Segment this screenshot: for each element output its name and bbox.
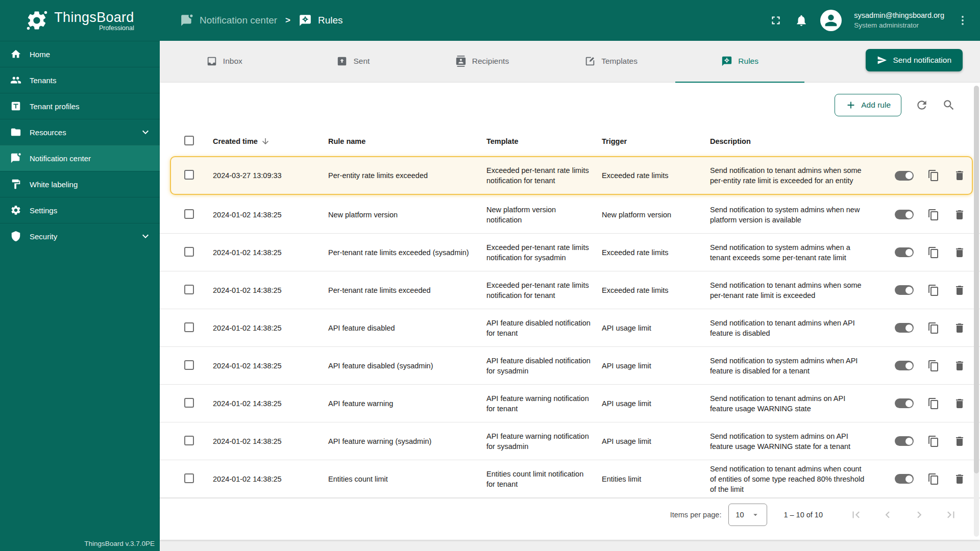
sidebar-item-home[interactable]: Home xyxy=(0,41,160,67)
enabled-toggle[interactable] xyxy=(895,361,914,370)
cell-rule-name: API feature warning xyxy=(328,399,486,408)
copy-icon[interactable] xyxy=(927,435,940,447)
table-row[interactable]: 2024-01-02 14:38:25 Per-tenant rate limi… xyxy=(160,271,980,309)
enabled-toggle[interactable] xyxy=(895,247,914,257)
notification-icon xyxy=(180,14,193,27)
scrollbar[interactable] xyxy=(974,86,979,537)
sidebar-item-security[interactable]: Security xyxy=(0,223,160,249)
select-all-checkbox[interactable] xyxy=(184,136,194,145)
copy-icon[interactable] xyxy=(927,397,940,410)
table-row[interactable]: 2024-01-02 14:38:25 New platform version… xyxy=(160,196,980,234)
send-icon xyxy=(877,55,887,65)
main-area: Notification center>Rules sysadmin@thing… xyxy=(160,0,980,551)
table-row[interactable]: 2024-01-02 14:38:25 API feature disabled… xyxy=(160,347,980,385)
app-root: ThingsBoard Professional Home Tenants Te… xyxy=(0,0,980,551)
settings-icon xyxy=(10,205,21,216)
column-rule-name[interactable]: Rule name xyxy=(328,137,486,145)
sidebar-item-label: Home xyxy=(30,50,50,59)
column-trigger[interactable]: Trigger xyxy=(602,137,710,145)
delete-icon[interactable] xyxy=(953,209,966,221)
send-notification-button[interactable]: Send notification xyxy=(866,49,963,71)
avatar[interactable] xyxy=(820,10,842,31)
row-checkbox[interactable] xyxy=(184,247,194,257)
copy-icon[interactable] xyxy=(927,209,940,221)
row-checkbox[interactable] xyxy=(184,398,194,408)
enabled-toggle[interactable] xyxy=(895,398,914,408)
cell-template: API feature disabled notification for te… xyxy=(486,318,602,338)
tab-recipients[interactable]: Recipients xyxy=(418,41,547,83)
table-row[interactable]: 2024-01-02 14:38:25 API feature warning … xyxy=(160,422,980,460)
sidebar-item-label: Settings xyxy=(30,206,57,215)
sidebar-item-resources[interactable]: Resources xyxy=(0,119,160,145)
delete-icon[interactable] xyxy=(953,360,966,372)
previous-page-icon[interactable] xyxy=(881,508,894,521)
enabled-toggle[interactable] xyxy=(895,285,914,295)
delete-icon[interactable] xyxy=(953,322,966,334)
table-row[interactable]: 2024-01-02 14:38:25 Entities count limit… xyxy=(160,460,980,498)
row-checkbox[interactable] xyxy=(184,285,194,294)
row-checkbox[interactable] xyxy=(184,322,194,332)
tab-sent[interactable]: Sent xyxy=(289,41,418,83)
sidebar-item-tenant-profiles[interactable]: Tenant profiles xyxy=(0,93,160,119)
delete-icon[interactable] xyxy=(953,169,966,182)
breadcrumb-item-rules[interactable]: Rules xyxy=(299,14,343,27)
copy-icon[interactable] xyxy=(927,284,940,296)
cell-created-time: 2024-01-02 14:38:25 xyxy=(213,362,328,370)
cell-trigger: API usage limit xyxy=(602,437,710,445)
logo[interactable]: ThingsBoard Professional xyxy=(0,0,160,41)
cell-template: API feature warning notification for ten… xyxy=(486,393,602,414)
last-page-icon[interactable] xyxy=(944,508,958,521)
column-description[interactable]: Description xyxy=(710,137,874,145)
breadcrumb: Notification center>Rules xyxy=(180,14,343,27)
enabled-toggle[interactable] xyxy=(895,436,914,446)
table-row[interactable]: 2024-03-27 13:09:33 Per-entity rate limi… xyxy=(160,155,980,196)
table-row[interactable]: 2024-01-02 14:38:25 API feature warning … xyxy=(160,385,980,422)
kebab-menu-icon[interactable] xyxy=(957,14,969,27)
user-info[interactable]: sysadmin@thingsboard.org System administ… xyxy=(854,11,944,30)
delete-icon[interactable] xyxy=(953,435,966,447)
row-checkbox[interactable] xyxy=(184,436,194,445)
enabled-toggle[interactable] xyxy=(895,171,914,181)
delete-icon[interactable] xyxy=(953,397,966,410)
scrollbar-thumb[interactable] xyxy=(974,86,979,473)
next-page-icon[interactable] xyxy=(913,508,926,521)
notifications-bell-icon[interactable] xyxy=(795,14,808,27)
copy-icon[interactable] xyxy=(927,246,940,259)
row-checkbox[interactable] xyxy=(184,360,194,370)
sidebar-item-white-labeling[interactable]: White labeling xyxy=(0,171,160,197)
row-checkbox[interactable] xyxy=(184,170,194,180)
items-per-page-select[interactable]: 10 xyxy=(728,504,767,526)
enabled-toggle[interactable] xyxy=(895,323,914,333)
copy-icon[interactable] xyxy=(927,473,940,485)
delete-icon[interactable] xyxy=(953,284,966,296)
search-icon[interactable] xyxy=(942,98,955,112)
top-bar: Notification center>Rules sysadmin@thing… xyxy=(160,0,980,41)
delete-icon[interactable] xyxy=(953,246,966,259)
enabled-toggle[interactable] xyxy=(895,210,914,219)
row-checkbox[interactable] xyxy=(184,209,194,219)
first-page-icon[interactable] xyxy=(849,508,863,521)
table-row[interactable]: 2024-01-02 14:38:25 Per-tenant rate limi… xyxy=(160,234,980,271)
enabled-toggle[interactable] xyxy=(895,474,914,484)
cell-trigger: Exceeded rate limits xyxy=(602,248,710,257)
tab-inbox[interactable]: Inbox xyxy=(160,41,289,83)
copy-icon[interactable] xyxy=(927,322,940,334)
column-created-time[interactable]: Created time xyxy=(213,137,328,146)
table-row[interactable]: 2024-01-02 14:38:25 API feature disabled… xyxy=(160,309,980,347)
tab-templates[interactable]: Templates xyxy=(547,41,676,83)
fullscreen-icon[interactable] xyxy=(769,14,782,27)
refresh-icon[interactable] xyxy=(915,98,928,112)
version-label: ThingsBoard v.3.7.0PE xyxy=(84,540,155,547)
copy-icon[interactable] xyxy=(927,169,940,182)
sidebar-item-tenants[interactable]: Tenants xyxy=(0,67,160,93)
breadcrumb-item-notification-center[interactable]: Notification center xyxy=(180,14,277,27)
sidebar-item-notification-center[interactable]: Notification center xyxy=(0,145,160,171)
row-checkbox[interactable] xyxy=(184,473,194,483)
column-template[interactable]: Template xyxy=(486,137,602,145)
tab-rules[interactable]: Rules xyxy=(675,41,804,83)
add-rule-button[interactable]: Add rule xyxy=(835,94,901,116)
cell-created-time: 2024-01-02 14:38:25 xyxy=(213,324,328,332)
copy-icon[interactable] xyxy=(927,360,940,372)
sidebar-item-settings[interactable]: Settings xyxy=(0,197,160,223)
delete-icon[interactable] xyxy=(953,473,966,485)
